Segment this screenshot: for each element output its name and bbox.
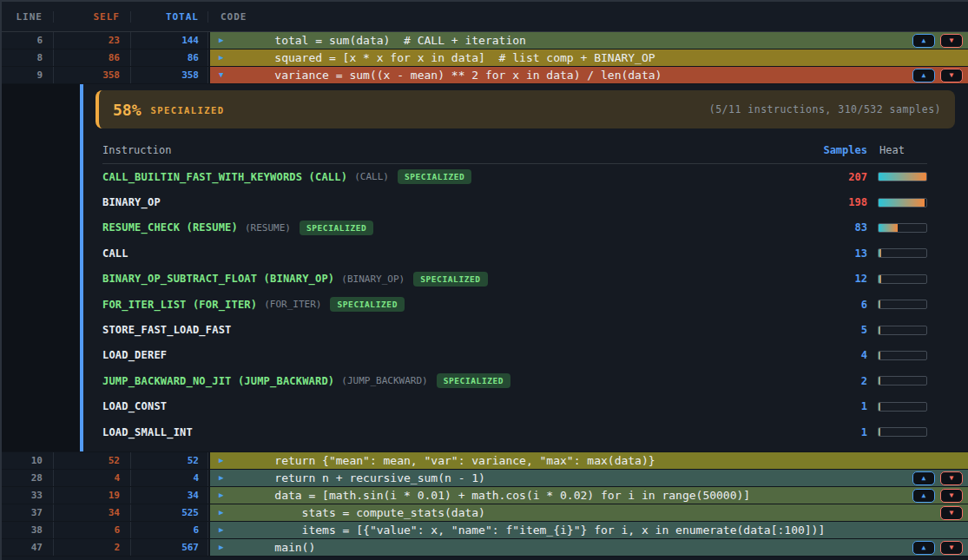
expand-expander-icon[interactable]: ▶ [219, 457, 227, 464]
column-header-instruction[interactable]: Instruction [102, 144, 807, 156]
sample-count: 198 [807, 196, 867, 208]
instruction-table-header: Instruction Samples Heat [83, 137, 968, 163]
heat-bar [878, 223, 927, 233]
line-number: 28 [2, 470, 54, 486]
code-line-row[interactable]: 3734525▶ stats = compute_stats(data)▼ [2, 504, 968, 522]
move-up-button[interactable]: ▲ [912, 34, 935, 48]
collapse-expander-icon[interactable]: ▼ [219, 71, 227, 79]
expand-expander-icon[interactable]: ▶ [219, 54, 227, 62]
line-number: 10 [2, 452, 54, 469]
instruction-name: JUMP_BACKWARD_NO_JIT (JUMP_BACKWARD) [102, 375, 334, 387]
instruction-row: STORE_FAST_LOAD_FAST5 [83, 317, 968, 342]
code-line-row[interactable]: 331934▶ data = [math.sin(i * 0.01) + mat… [2, 487, 968, 504]
specialized-badge: SPECIALIZED [437, 373, 511, 388]
instruction-row: JUMP_BACKWARD_NO_JIT (JUMP_BACKWARD)(JUM… [83, 368, 968, 393]
row-buttons: ▼ [940, 506, 968, 520]
line-number: 9 [2, 67, 54, 83]
instruction-row: CALL13 [83, 240, 968, 266]
move-down-button[interactable]: ▼ [940, 34, 963, 48]
expand-expander-icon[interactable]: ▶ [219, 474, 227, 482]
total-samples-value: 6 [131, 522, 208, 538]
column-header-samples[interactable]: Samples [807, 144, 867, 156]
instruction-name: CALL [102, 247, 128, 260]
instruction-name-group: CALL_BUILTIN_FAST_WITH_KEYWORDS (CALL)(C… [102, 169, 807, 184]
heat-bar [878, 248, 927, 258]
move-down-button[interactable]: ▼ [940, 69, 963, 82]
instruction-row: LOAD_SMALL_INT1 [83, 419, 968, 445]
total-samples-value: 4 [131, 470, 208, 486]
sample-count: 207 [807, 171, 867, 183]
heat-bar-fill [879, 352, 880, 359]
code-cell: ▼ variance = sum((x - mean) ** 2 for x i… [208, 67, 968, 83]
code-text: main() [247, 541, 315, 554]
line-number: 8 [2, 49, 54, 66]
self-samples-value: 2 [54, 539, 131, 556]
instruction-name: BINARY_OP_SUBTRACT_FLOAT (BINARY_OP) [102, 273, 334, 285]
move-down-button[interactable]: ▼ [940, 506, 963, 520]
expand-expander-icon[interactable]: ▶ [219, 544, 227, 551]
self-samples-value: 6 [54, 522, 131, 538]
total-samples-value: 358 [131, 67, 208, 83]
expand-expander-icon[interactable]: ▶ [219, 509, 227, 517]
move-up-button[interactable]: ▲ [912, 69, 935, 82]
code-cell: ▶ return {"mean": mean, "var": variance,… [208, 452, 968, 469]
line-number: 38 [2, 522, 54, 538]
specialized-percent: 58% [113, 101, 142, 119]
base-instruction-hint: (RESUME) [245, 222, 291, 234]
code-cell: ▶ items = [{"value": x, "name": f"item_{… [208, 522, 968, 538]
instruction-name-group: LOAD_SMALL_INT [102, 426, 807, 438]
move-down-button[interactable]: ▼ [940, 541, 963, 555]
code-line-row[interactable]: 3866▶ items = [{"value": x, "name": f"it… [2, 522, 968, 539]
heat-bar-fill [879, 173, 926, 181]
code-rows-top: 623144▶ total = sum(data) # CALL + itera… [2, 32, 968, 84]
heat-bar [878, 402, 927, 412]
code-line-row[interactable]: 105252▶ return {"mean": mean, "var": var… [2, 452, 968, 470]
code-text: squared = [x * x for x in data] # list c… [247, 51, 655, 64]
self-samples-value: 52 [54, 452, 131, 469]
code-cell: ▶ return n + recursive_sum(n - 1)▲▼ [208, 470, 968, 486]
move-down-button[interactable]: ▼ [940, 489, 963, 503]
sample-count: 83 [807, 221, 867, 234]
row-buttons: ▲▼ [912, 541, 968, 555]
sample-count: 1 [807, 426, 867, 438]
instruction-rows: CALL_BUILTIN_FAST_WITH_KEYWORDS (CALL)(C… [83, 164, 968, 445]
code-line-row[interactable]: 88686▶ squared = [x * x for x in data] #… [2, 49, 968, 67]
instruction-row: LOAD_CONST1 [83, 394, 968, 419]
expand-expander-icon[interactable]: ▶ [219, 36, 227, 44]
code-line-row[interactable]: 2844▶ return n + recursive_sum(n - 1)▲▼ [2, 470, 968, 487]
code-text: data = [math.sin(i * 0.01) + math.cos(i … [247, 489, 750, 502]
specialization-summary: (5/11 instructions, 310/532 samples) [709, 103, 941, 115]
row-buttons: ▲▼ [912, 471, 968, 485]
instruction-row: CALL_BUILTIN_FAST_WITH_KEYWORDS (CALL)(C… [83, 164, 968, 189]
move-down-button[interactable]: ▼ [940, 471, 963, 485]
sample-count: 1 [807, 400, 867, 412]
self-samples-value: 19 [54, 487, 131, 504]
profiler-window: LINE SELF TOTAL CODE 623144▶ total = sum… [0, 0, 968, 560]
move-up-button[interactable]: ▲ [912, 541, 935, 555]
instruction-name: CALL_BUILTIN_FAST_WITH_KEYWORDS (CALL) [102, 171, 347, 183]
instruction-name: LOAD_CONST [102, 400, 167, 412]
instruction-detail-panel: 58% SPECIALIZED (5/11 instructions, 310/… [83, 84, 968, 451]
expand-expander-icon[interactable]: ▶ [219, 491, 227, 499]
heat-bar-fill [879, 199, 925, 207]
move-up-button[interactable]: ▲ [912, 471, 935, 485]
heat-bar [878, 351, 927, 360]
code-line-row[interactable]: 9358358▼ variance = sum((x - mean) ** 2 … [2, 67, 968, 84]
sample-count: 5 [807, 324, 867, 336]
instruction-name: FOR_ITER_LIST (FOR_ITER) [102, 299, 257, 311]
column-header-heat[interactable]: Heat [878, 144, 927, 156]
instruction-name-group: LOAD_CONST [102, 400, 807, 412]
code-cell: ▶ stats = compute_stats(data)▼ [208, 504, 968, 521]
code-line-row[interactable]: 472567▶ main()▲▼ [2, 539, 968, 557]
base-instruction-hint: (JUMP_BACKWARD) [341, 375, 427, 386]
expanded-detail-panel: 58% SPECIALIZED (5/11 instructions, 310/… [2, 84, 968, 452]
sample-count: 4 [807, 349, 867, 361]
instruction-row: FOR_ITER_LIST (FOR_ITER)(FOR_ITER)SPECIA… [83, 292, 968, 317]
move-up-button[interactable]: ▲ [912, 489, 935, 503]
heat-bar [878, 326, 927, 335]
expand-expander-icon[interactable]: ▶ [219, 526, 227, 534]
code-line-row[interactable]: 623144▶ total = sum(data) # CALL + itera… [2, 32, 968, 49]
specialized-badge: SPECIALIZED [413, 272, 488, 287]
heat-bar-fill [879, 249, 881, 257]
instruction-row: BINARY_OP_SUBTRACT_FLOAT (BINARY_OP)(BIN… [83, 267, 968, 292]
